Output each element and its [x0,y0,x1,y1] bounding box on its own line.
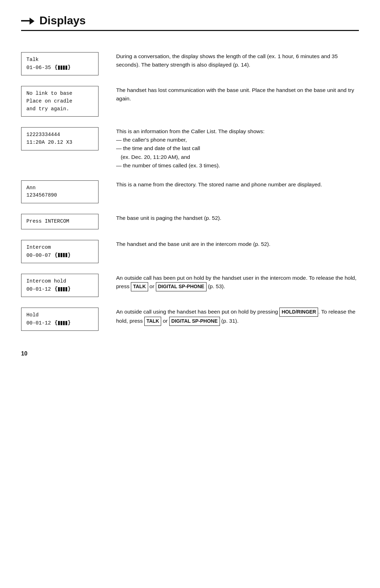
display-line: 12223334444 [26,131,93,139]
display-line: Hold [26,311,93,319]
description-cell-caller-list-display: This is an information from the Caller L… [116,126,359,169]
display-line: Place on cradle [26,98,93,105]
page-number: 10 [21,351,359,357]
table-row: Intercom hold00-01-12 {}An outside call … [21,272,359,297]
key-label: HOLD/RINGER [279,308,318,317]
display-cell-caller-list-display: 1222333444411:20A 20.12 X3 [21,126,116,169]
display-line: 1234567890 [26,192,93,199]
display-box-hold-display: Hold00-01-12 {} [21,308,99,331]
description-cell-no-link-display: The handset has lost communication with … [116,85,359,117]
table-row: Intercom00-00-07 {}The handset and the b… [21,239,359,263]
table-row: Ann1234567890This is a name from the dir… [21,179,359,204]
page-header: Displays [21,14,359,27]
page-title: Displays [39,14,86,27]
display-box-caller-list-display: 1222333444411:20A 20.12 X3 [21,127,99,150]
display-line: 00-01-12 {} [26,319,93,327]
display-line: 00-00-07 {} [26,252,93,259]
description-cell-directory-display: This is a name from the directory. The s… [116,179,359,204]
table-row: No link to basePlace on cradleand try ag… [21,85,359,117]
arrow-icon [21,17,34,25]
display-box-talk-display: Talk01-06-35 {} [21,52,99,75]
display-line: Press INTERCOM [26,218,93,225]
display-line: Intercom [26,244,93,252]
key-label: DIGITAL SP-PHONE [156,282,207,291]
header-rule [21,30,359,31]
table-row: Press INTERCOMThe base unit is paging th… [21,212,359,229]
description-cell-press-intercom-display: The base unit is paging the handset (p. … [116,212,359,229]
display-cell-press-intercom-display: Press INTERCOM [21,212,116,229]
battery-icon: {} [55,252,70,259]
description-cell-intercom-display: The handset and the base unit are in the… [116,239,359,263]
display-box-intercom-display: Intercom00-00-07 {} [21,240,99,263]
battery-icon: {} [55,64,70,72]
display-line: Intercom hold [26,278,93,285]
display-line: 00-01-12 {} [26,285,93,293]
displays-table: Talk01-06-35 {}During a conversation, th… [21,42,359,340]
table-row: Talk01-06-35 {}During a conversation, th… [21,51,359,75]
display-cell-intercom-hold-display: Intercom hold00-01-12 {} [21,272,116,297]
display-line: 01-06-35 {} [26,64,93,72]
display-line: 11:20A 20.12 X3 [26,139,93,147]
display-box-directory-display: Ann1234567890 [21,180,99,204]
battery-icon: {} [55,285,70,293]
description-cell-talk-display: During a conversation, the display shows… [116,51,359,75]
display-box-no-link-display: No link to basePlace on cradleand try ag… [21,86,99,117]
display-cell-no-link-display: No link to basePlace on cradleand try ag… [21,85,116,117]
description-cell-intercom-hold-display: An outside call has been put on hold by … [116,272,359,297]
display-line: and try again. [26,105,93,113]
table-row: 1222333444411:20A 20.12 X3This is an inf… [21,126,359,169]
table-row: Hold00-01-12 {}An outside call using the… [21,306,359,331]
battery-icon: {} [55,319,70,327]
display-line: Talk [26,56,93,64]
display-cell-talk-display: Talk01-06-35 {} [21,51,116,75]
key-label: DIGITAL SP-PHONE [169,317,220,326]
key-label: TALK [131,282,148,291]
display-box-intercom-hold-display: Intercom hold00-01-12 {} [21,274,99,297]
display-cell-directory-display: Ann1234567890 [21,179,116,204]
display-box-press-intercom-display: Press INTERCOM [21,214,99,229]
display-cell-intercom-display: Intercom00-00-07 {} [21,239,116,263]
display-line: No link to base [26,90,93,98]
display-line: Ann [26,184,93,192]
key-label: TALK [144,317,161,326]
display-cell-hold-display: Hold00-01-12 {} [21,306,116,331]
description-cell-hold-display: An outside call using the handset has be… [116,306,359,331]
